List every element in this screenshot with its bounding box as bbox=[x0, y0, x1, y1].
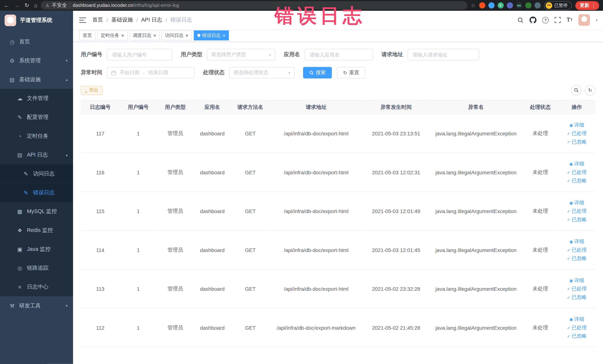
action-detail[interactable]: ◉详细 bbox=[569, 199, 584, 206]
back-icon[interactable]: ← bbox=[4, 3, 9, 8]
action-ignore[interactable]: ✓已忽略 bbox=[567, 177, 587, 184]
close-icon[interactable]: × bbox=[153, 33, 156, 38]
extension-grid-icon[interactable] bbox=[507, 2, 513, 8]
process-status-placeholder: 请选择处理状态 bbox=[233, 69, 286, 76]
menu-kebab-icon[interactable]: ⋮ bbox=[591, 2, 596, 8]
app-name-input[interactable] bbox=[304, 49, 373, 60]
close-icon[interactable]: × bbox=[121, 33, 124, 38]
update-button[interactable]: 更新 ⋮ bbox=[575, 1, 599, 10]
breadcrumb-item[interactable]: API 日志 bbox=[141, 16, 162, 23]
user-id-input[interactable] bbox=[107, 49, 172, 60]
profile-chip[interactable]: 已暂停 bbox=[544, 1, 572, 10]
user-avatar[interactable] bbox=[578, 14, 590, 26]
action-ignore[interactable]: ✓已忽略 bbox=[567, 255, 587, 262]
extension-vue-icon[interactable]: V bbox=[497, 2, 503, 8]
action-processed[interactable]: ✓已处理 bbox=[567, 208, 587, 214]
action-ignore[interactable]: ✓已忽略 bbox=[567, 216, 587, 223]
extension-paw-icon[interactable] bbox=[534, 2, 541, 8]
cell-exception: java.lang.IllegalArgumentException bbox=[430, 270, 522, 308]
browser-home-icon[interactable]: ⌂ bbox=[34, 3, 37, 8]
request-url-input[interactable] bbox=[408, 49, 479, 60]
sidebar-item-scheduled-tasks[interactable]: ◔ 定时任务 bbox=[0, 127, 73, 146]
user-type-select[interactable]: 请选择用户类型 ▾ bbox=[207, 49, 275, 60]
sidebar-item-infrastructure[interactable]: ▤ 基础设施 ▴ bbox=[0, 70, 73, 89]
font-size-icon[interactable]: TT bbox=[567, 17, 573, 23]
extension-on-badge-icon[interactable]: on bbox=[516, 2, 522, 8]
bookmark-star-icon[interactable]: ☆ bbox=[471, 2, 475, 8]
toggle-search-button[interactable] bbox=[571, 85, 581, 95]
reload-icon[interactable]: ↻ bbox=[25, 3, 29, 8]
action-processed[interactable]: ✓已处理 bbox=[567, 130, 587, 137]
sidebar-item-api-logs[interactable]: ▤ API 日志 ▴ bbox=[0, 145, 73, 164]
content: 用户编号 用户类型 请选择用户类型 ▾ 应用名 bbox=[73, 42, 603, 364]
github-icon[interactable] bbox=[530, 16, 536, 23]
table-row: 1161管理员dashboardGET/api/infra/db-doc/exp… bbox=[81, 153, 595, 192]
cell-actions: ◉详细✓已处理✓已忽略 bbox=[558, 192, 595, 231]
action-processed[interactable]: ✓已处理 bbox=[567, 324, 587, 331]
extension-lighthouse-icon[interactable] bbox=[479, 2, 485, 8]
app-name-label: 应用名 bbox=[284, 51, 300, 58]
close-icon[interactable]: × bbox=[223, 33, 226, 38]
action-detail[interactable]: ◉详细 bbox=[569, 238, 584, 245]
tab-error-log[interactable]: 错误日志 × bbox=[194, 30, 229, 40]
exception-time-range-picker[interactable]: 开始日期 - 结束日期 bbox=[107, 67, 195, 78]
tab-access-log[interactable]: 访问日志 × bbox=[162, 30, 192, 40]
breadcrumb-item[interactable]: 首页 bbox=[92, 16, 103, 23]
action-label: 已处理 bbox=[572, 130, 587, 137]
search-icon[interactable] bbox=[517, 17, 524, 23]
forward-icon[interactable]: → bbox=[14, 3, 20, 8]
cell-user_id: 1 bbox=[120, 308, 157, 347]
refresh-table-button[interactable]: ↻ bbox=[585, 85, 595, 95]
table-toolbar: ↓ 导出 ↻ bbox=[81, 85, 595, 95]
action-detail[interactable]: ◉详细 bbox=[569, 160, 584, 167]
start-date-placeholder: 开始日期 bbox=[120, 69, 139, 76]
edit-icon: ✎ bbox=[15, 114, 24, 120]
help-icon[interactable]: ? bbox=[542, 17, 549, 23]
sidebar-item-link-tracing[interactable]: ◎ 链路追踪 bbox=[0, 258, 73, 277]
action-detail[interactable]: ◉详细 bbox=[569, 122, 584, 129]
action-processed[interactable]: ✓已处理 bbox=[567, 247, 587, 254]
sidebar-item-file-management[interactable]: ☁ 文件管理 bbox=[0, 89, 73, 108]
hamburger-icon[interactable] bbox=[79, 17, 86, 23]
sidebar-item-access-log[interactable]: ✎ 访问日志 bbox=[0, 164, 73, 183]
logo[interactable]: 芋道管理系统 bbox=[0, 11, 73, 30]
fullscreen-icon[interactable] bbox=[555, 17, 561, 23]
sidebar-item-system-management[interactable]: ⚙ 系统管理 ▾ bbox=[0, 51, 73, 70]
extension-drop-icon[interactable] bbox=[488, 2, 494, 8]
chevron-down-icon[interactable]: ▾ bbox=[596, 18, 597, 22]
sidebar-item-dev-tools[interactable]: ⚒ 研发工具 ▾ bbox=[0, 296, 73, 315]
action-ignore[interactable]: ✓已忽略 bbox=[567, 294, 587, 301]
sidebar-item-java-monitor[interactable]: ▣ Java 监控 bbox=[0, 240, 73, 258]
action-detail[interactable]: ◉详细 bbox=[569, 316, 584, 323]
reset-button[interactable]: ↻ 重置 bbox=[337, 67, 365, 78]
export-button[interactable]: ↓ 导出 bbox=[81, 86, 103, 95]
breadcrumb-item[interactable]: 基础设施 bbox=[111, 16, 133, 23]
action-ignore[interactable]: ✓已忽略 bbox=[567, 333, 587, 340]
extension-tree-icon[interactable] bbox=[525, 2, 531, 8]
cell-url: /api/infra/db-doc/export-markdown bbox=[270, 308, 362, 347]
search-button[interactable]: 搜索 bbox=[303, 67, 332, 78]
tab-schedule-log[interactable]: 调度日志 × bbox=[129, 30, 160, 40]
tab-scheduled-tasks[interactable]: 定时任务 × bbox=[97, 30, 128, 40]
check-icon: ✓ bbox=[567, 256, 570, 261]
sidebar-item-redis-monitor[interactable]: ❖ Redis 监控 bbox=[0, 221, 73, 240]
sidebar-item-log-center[interactable]: ≡ 日志中心 bbox=[0, 277, 73, 296]
action-ignore[interactable]: ✓已忽略 bbox=[567, 139, 587, 145]
action-processed[interactable]: ✓已处理 bbox=[567, 285, 587, 292]
security-label[interactable]: 不安全 bbox=[52, 2, 67, 9]
filter-exception-time: 异常时间 开始日期 - 结束日期 bbox=[81, 67, 195, 78]
chevron-up-icon: ▴ bbox=[66, 77, 68, 82]
infra-icon: ▤ bbox=[8, 76, 16, 82]
sidebar-item-error-log[interactable]: ✎ 错误日志 bbox=[0, 183, 73, 202]
action-detail[interactable]: ◉详细 bbox=[569, 277, 584, 284]
close-icon[interactable]: × bbox=[185, 33, 188, 38]
sidebar-item-mysql-monitor[interactable]: ▦ MySQL 监控 bbox=[0, 202, 73, 221]
tools-icon: ⚒ bbox=[8, 303, 16, 309]
sidebar-item-config-management[interactable]: ✎ 配置管理 bbox=[0, 108, 73, 127]
action-processed[interactable]: ✓已处理 bbox=[567, 169, 587, 176]
log-icon: ▤ bbox=[15, 152, 24, 158]
process-status-select[interactable]: 请选择处理状态 ▾ bbox=[229, 67, 295, 78]
address-bar[interactable]: ⚠ 不安全 dashboard.yudao.iocoder.cn/infra/l… bbox=[41, 1, 467, 10]
tab-home[interactable]: 首页 bbox=[79, 30, 95, 40]
sidebar-item-home[interactable]: ◷ 首页 bbox=[0, 32, 73, 51]
